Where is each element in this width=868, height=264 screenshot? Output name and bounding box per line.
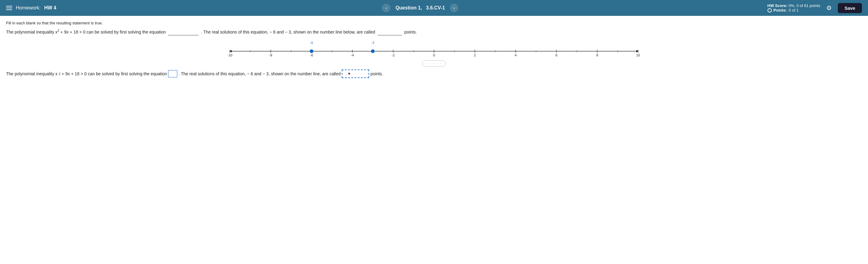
- number-line-svg: -10 -8 -6 -6 -4 -3: [6, 40, 862, 58]
- hw-label: Homework:: [16, 5, 40, 11]
- svg-text:2: 2: [474, 53, 476, 57]
- svg-text:6: 6: [556, 53, 557, 57]
- svg-text:-8: -8: [269, 53, 272, 57]
- divider-row: · · · · ·: [6, 60, 862, 66]
- next-question-button[interactable]: ›: [450, 4, 458, 12]
- svg-text:-4: -4: [351, 53, 354, 57]
- header-left: Homework: HW 4: [6, 5, 73, 11]
- save-button[interactable]: Save: [838, 3, 862, 13]
- header-right: HW Score: 0%, 0 of 61 points Points: 0 o…: [768, 3, 862, 13]
- svg-text:-3: -3: [371, 41, 374, 45]
- score-block: HW Score: 0%, 0 of 61 points Points: 0 o…: [768, 3, 820, 12]
- svg-text:-6: -6: [310, 41, 313, 45]
- settings-gear-button[interactable]: ⚙: [826, 4, 832, 11]
- question-label: Question 1, 3.6.CV-1: [395, 5, 445, 11]
- svg-text:10: 10: [636, 53, 640, 57]
- svg-marker-2: [636, 50, 639, 53]
- dropdown-arrow-icon: ▼: [347, 71, 351, 76]
- points-circle-icon: [768, 8, 772, 12]
- problem-statement: The polynomial inequality x2 + 9x + 18 >…: [6, 28, 862, 35]
- header: Homework: HW 4 ‹ Question 1, 3.6.CV-1 › …: [0, 0, 868, 16]
- main-content: Fill in each blank so that the resulting…: [0, 16, 868, 83]
- svg-marker-1: [229, 50, 232, 53]
- svg-text:-10: -10: [227, 53, 232, 57]
- answer-row: The polynomial inequality x2 + 9x + 18 >…: [6, 69, 862, 78]
- divider-dots: · · · · ·: [422, 60, 446, 66]
- equation-blank: [168, 35, 198, 35]
- header-center: ‹ Question 1, 3.6.CV-1 ›: [73, 4, 768, 12]
- svg-text:-2: -2: [392, 53, 395, 57]
- svg-point-12: [310, 49, 313, 53]
- number-line-container: -10 -8 -6 -6 -4 -3: [6, 40, 862, 58]
- points-row: Points: 0 of 1: [768, 8, 799, 12]
- svg-text:0: 0: [433, 53, 435, 57]
- points-type-blank: [378, 35, 402, 35]
- points-type-dropdown[interactable]: ▼: [342, 69, 369, 78]
- hw-name: HW 4: [44, 5, 56, 11]
- svg-text:8: 8: [596, 53, 598, 57]
- hamburger-menu-icon[interactable]: [6, 6, 12, 10]
- prev-question-button[interactable]: ‹: [382, 4, 391, 12]
- hw-score-text: HW Score: 0%, 0 of 61 points: [768, 3, 820, 8]
- svg-text:-6: -6: [310, 53, 313, 57]
- equation-input[interactable]: [168, 70, 177, 78]
- instruction-text: Fill in each blank so that the resulting…: [6, 21, 862, 25]
- svg-text:4: 4: [515, 53, 517, 57]
- svg-point-18: [371, 49, 375, 53]
